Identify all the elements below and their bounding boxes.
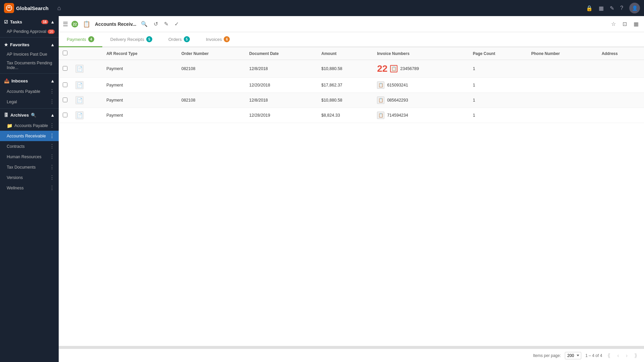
pagination-footer: Items per page: 200 25 50 100 1 – 4 of 4… <box>59 349 644 362</box>
table-row: 📄 Payment 082108 12/8/2018 $10,880.58 📋 … <box>59 93 644 108</box>
accounts-receivable-menu[interactable]: ⋮ <box>49 133 55 139</box>
lock-icon[interactable]: 🔒 <box>586 5 593 11</box>
tab-payments[interactable]: Payments 4 <box>59 32 102 47</box>
hamburger-icon[interactable]: ☰ <box>63 20 68 28</box>
row4-doc-icon[interactable]: 📄 <box>75 111 84 119</box>
tab-orders-badge: 5 <box>184 36 190 42</box>
secondary-toolbar: ☰ 22 📋 Accounts Receiv... 🔍 ↺ ✎ ✓ ☆ ⊡ ▦ <box>59 16 644 32</box>
user-avatar[interactable]: 👤 <box>629 3 640 13</box>
wellness-menu[interactable]: ⋮ <box>49 185 55 191</box>
human-resources-menu[interactable]: ⋮ <box>49 154 55 160</box>
row3-doc-icon[interactable]: 📄 <box>75 96 84 104</box>
row1-date: 12/8/2018 <box>245 60 317 78</box>
archives-search-icon[interactable]: 🔍 <box>31 113 36 118</box>
sidebar-item-accounts-payable-archive[interactable]: 📁 Accounts Payable ⋮ <box>0 120 59 131</box>
legal-inbox-label: Legal <box>7 100 17 104</box>
sidebar-item-contracts[interactable]: Contracts ⋮ <box>0 141 59 152</box>
grid-icon[interactable]: ▦ <box>599 5 604 11</box>
tasks-section[interactable]: ☑ Tasks 16 ▲ <box>0 16 59 27</box>
row2-type: Payment <box>102 78 177 93</box>
sidebar-item-ap-pending[interactable]: AP Pending Approval 16 <box>0 27 59 36</box>
tab-invoices[interactable]: Invoices 6 <box>198 32 238 47</box>
toolbar-count-badge: 22 <box>71 21 78 27</box>
sidebar-item-human-resources[interactable]: Human Resources ⋮ <box>0 152 59 162</box>
page-info: 1 – 4 of 4 <box>585 353 602 358</box>
row2-checkbox-cell <box>59 78 71 93</box>
help-icon[interactable]: ? <box>620 5 623 11</box>
row1-phone <box>527 60 598 78</box>
items-per-page-select[interactable]: 200 25 50 100 <box>565 352 581 359</box>
tab-payments-badge: 4 <box>88 36 94 42</box>
toolbar-layout-btn[interactable]: ▦ <box>632 19 640 28</box>
sidebar-item-accounts-receivable[interactable]: Accounts Receivable ⋮ <box>0 131 59 141</box>
toolbar-check-btn[interactable]: ✓ <box>173 19 180 28</box>
row1-amount: $10,880.58 <box>317 60 373 78</box>
select-all-checkbox[interactable] <box>63 51 67 55</box>
tax-docs-pending-label: Tax Documents Pending Inde... <box>7 61 55 70</box>
sidebar-item-accounts-payable-inbox[interactable]: Accounts Payable ⋮ <box>0 86 59 97</box>
row1-invoice-icon[interactable]: 📋 <box>390 65 397 72</box>
favorites-section[interactable]: ★ Favorites ▲ <box>0 39 59 50</box>
row4-order <box>177 108 245 123</box>
inboxes-label: Inboxes <box>11 78 28 83</box>
table-container: AR Record Type Order Number Document Dat… <box>59 47 644 346</box>
tax-documents-menu[interactable]: ⋮ <box>49 164 55 170</box>
inboxes-section[interactable]: 📥 Inboxes ▲ <box>0 75 59 86</box>
prev-page-btn[interactable]: ‹ <box>616 352 620 359</box>
row4-invoice-icon[interactable]: 📋 <box>377 112 384 119</box>
home-icon[interactable]: ⌂ <box>57 5 61 12</box>
sidebar-item-tax-documents[interactable]: Tax Documents ⋮ <box>0 162 59 172</box>
accounts-payable-inbox-menu[interactable]: ⋮ <box>49 88 55 95</box>
contracts-menu[interactable]: ⋮ <box>49 143 55 149</box>
row3-phone <box>527 93 598 108</box>
tasks-label: Tasks <box>10 19 22 24</box>
row4-invoice-number: 714594234 <box>387 113 408 118</box>
last-page-btn[interactable]: ⟫ <box>633 352 639 359</box>
legal-inbox-menu[interactable]: ⋮ <box>49 99 55 105</box>
accounts-payable-archive-menu[interactable]: ⋮ <box>49 122 55 129</box>
row2-checkbox[interactable] <box>63 82 67 87</box>
col-invoice-numbers: Invoice Numbers <box>373 47 469 60</box>
versions-menu[interactable]: ⋮ <box>49 174 55 181</box>
toolbar-star-btn[interactable]: ☆ <box>610 19 617 28</box>
row3-amount: $10,880.58 <box>317 93 373 108</box>
row4-invoice: 📋 714594234 <box>373 108 469 123</box>
toolbar-search-btn[interactable]: 🔍 <box>140 19 149 28</box>
archives-section[interactable]: 🗄 Archives 🔍 ▲ <box>0 110 59 120</box>
sidebar-item-wellness[interactable]: Wellness ⋮ <box>0 183 59 193</box>
row1-doc-icon[interactable]: 📄 <box>75 65 84 73</box>
contracts-label: Contracts <box>7 144 25 149</box>
row3-address <box>598 93 644 108</box>
app-logo[interactable]: GlobalSearch <box>4 3 49 13</box>
sidebar-item-legal-inbox[interactable]: Legal ⋮ <box>0 97 59 107</box>
first-page-btn[interactable]: ⟪ <box>606 352 612 359</box>
sidebar-item-versions[interactable]: Versions ⋮ <box>0 172 59 183</box>
row3-checkbox[interactable] <box>63 98 67 102</box>
tab-delivery-receipts[interactable]: Delivery Receipts 5 <box>102 32 160 47</box>
toolbar-share-btn[interactable]: ⊡ <box>621 19 628 28</box>
tab-orders[interactable]: Orders 5 <box>160 32 198 47</box>
favorites-label: Favorites <box>10 42 30 47</box>
tab-delivery-receipts-badge: 5 <box>146 36 152 42</box>
edit-top-icon[interactable]: ✎ <box>610 5 614 11</box>
toolbar-edit-btn[interactable]: ✎ <box>163 19 170 28</box>
toolbar-refresh-btn[interactable]: ↺ <box>152 19 159 28</box>
row3-invoice: 📋 085642293 <box>373 93 469 108</box>
tab-invoices-label: Invoices <box>206 37 222 42</box>
sidebar-item-ap-invoices[interactable]: AP Invoices Past Due <box>0 50 59 59</box>
row2-invoice-icon[interactable]: 📋 <box>377 81 384 89</box>
row2-invoice-number: 615093241 <box>387 83 408 87</box>
tabs-bar: Payments 4 Delivery Receipts 5 Orders 5 … <box>59 32 644 47</box>
sidebar-item-tax-docs-pending[interactable]: Tax Documents Pending Inde... <box>0 59 59 72</box>
row4-type: Payment <box>102 108 177 123</box>
col-ar-record-type: AR Record Type <box>102 47 177 60</box>
row3-invoice-icon[interactable]: 📋 <box>377 97 384 104</box>
row2-doc-icon-cell: 📄 <box>71 78 102 93</box>
sidebar: ☑ Tasks 16 ▲ AP Pending Approval 16 ★ Fa… <box>0 16 59 362</box>
horizontal-scrollbar[interactable] <box>59 346 644 349</box>
row1-checkbox[interactable] <box>63 66 67 71</box>
row4-checkbox[interactable] <box>63 113 67 117</box>
row1-checkbox-cell <box>59 60 71 78</box>
row2-doc-icon[interactable]: 📄 <box>75 81 84 89</box>
next-page-btn[interactable]: › <box>625 352 629 359</box>
